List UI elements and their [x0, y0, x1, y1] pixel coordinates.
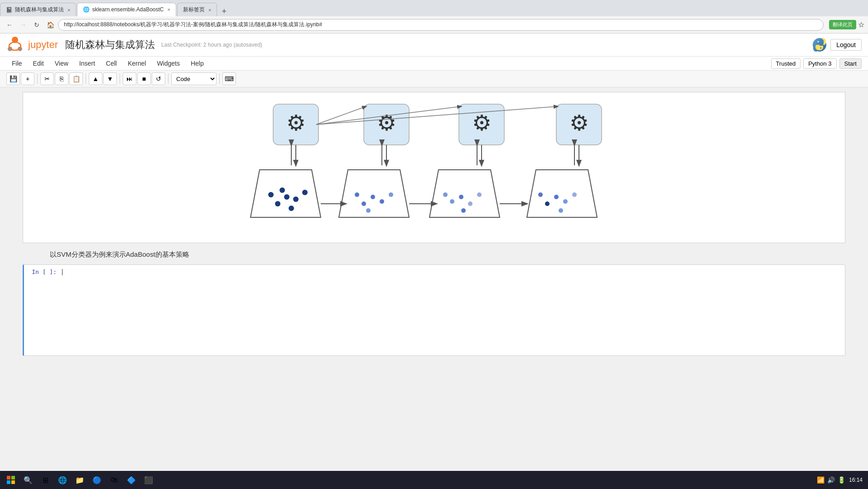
svg-point-47 — [461, 208, 466, 213]
cut-button[interactable]: ✂ — [40, 72, 54, 85]
svg-point-29 — [280, 187, 285, 193]
toolbar-sep-2 — [86, 73, 86, 84]
back-button[interactable]: ← — [4, 19, 15, 31]
menu-cell[interactable]: Cell — [101, 58, 122, 69]
browser-actions: 翻译此页 ☆ — [829, 20, 864, 29]
tab3-close[interactable]: × — [208, 7, 211, 13]
toolbar-sep-5 — [219, 73, 220, 84]
svg-rect-59 — [7, 476, 10, 479]
jupyter-logo-svg — [6, 36, 24, 53]
tab1-favicon: 📓 — [6, 7, 12, 13]
add-cell-button[interactable]: + — [21, 72, 34, 85]
svg-point-34 — [362, 201, 366, 206]
menu-file[interactable]: File — [6, 58, 28, 69]
tab-2[interactable]: 🌐 sklearn.ensemble.AdaBoostC × — [77, 3, 176, 16]
taskbar-chrome[interactable]: 🌐 — [54, 472, 71, 488]
reload-button[interactable]: ↻ — [31, 19, 43, 31]
svg-point-44 — [468, 201, 473, 206]
svg-rect-62 — [11, 480, 15, 484]
cursor — [62, 269, 63, 275]
start-menu-button[interactable] — [2, 471, 20, 489]
bookmark-icon[interactable]: ☆ — [858, 20, 864, 29]
taskbar: 🔍 ⊞ 🌐 📁 🔵 🛍 🔷 ⬛ 📶 🔊 🔋 16:14 — [0, 471, 868, 489]
kernel-indicator: Python 3 — [803, 58, 836, 69]
restart-button[interactable]: ↺ — [152, 72, 165, 85]
notebook-title: 随机森林与集成算法 — [65, 38, 155, 52]
menu-insert[interactable]: Insert — [74, 58, 101, 69]
start-button[interactable]: Start — [839, 58, 862, 69]
tab-3[interactable]: 新标签页 × — [177, 3, 217, 16]
home-button[interactable]: 🏠 — [44, 19, 56, 31]
svg-point-42 — [450, 199, 454, 204]
tab1-label: 随机森林与集成算法 — [15, 6, 64, 14]
battery-icon[interactable]: 🔋 — [838, 476, 845, 484]
taskbar-terminal[interactable]: ⬛ — [140, 472, 157, 488]
save-button[interactable]: 💾 — [6, 72, 20, 85]
logout-button[interactable]: Logout — [830, 39, 862, 51]
paste-button[interactable]: 📋 — [69, 72, 83, 85]
url-input[interactable] — [58, 19, 824, 31]
svg-point-36 — [380, 199, 384, 204]
menu-widgets[interactable]: Widgets — [151, 58, 185, 69]
toolbar-sep-3 — [120, 73, 120, 84]
taskbar-store[interactable]: 🛍 — [106, 472, 122, 488]
svg-point-6 — [820, 48, 822, 49]
svg-point-35 — [371, 195, 375, 199]
menu-kernel[interactable]: Kernel — [122, 58, 151, 69]
taskbar-edge[interactable]: 🔵 — [89, 472, 105, 488]
svg-point-43 — [459, 195, 463, 199]
menu-bar: File Edit View Insert Cell Kernel Widget… — [0, 57, 868, 71]
jupyter-logo: jupyter — [6, 36, 58, 53]
copy-button[interactable]: ⎘ — [55, 72, 68, 85]
network-icon[interactable]: 📶 — [817, 476, 825, 484]
code-input[interactable] — [60, 265, 845, 355]
svg-point-5 — [818, 41, 819, 43]
tab2-close[interactable]: × — [168, 7, 170, 12]
taskbar-vscode[interactable]: 🔷 — [123, 472, 140, 488]
svg-point-52 — [563, 199, 568, 204]
taskbar-file-explorer[interactable]: 📁 — [72, 472, 88, 488]
text-cell: 以SVM分类器为例来演示AdaBoost的基本策略 — [23, 247, 845, 264]
stop-button[interactable]: ■ — [137, 72, 151, 85]
menu-help[interactable]: Help — [185, 58, 209, 69]
jupyter-header: jupyter 随机森林与集成算法 Last Checkpoint: 2 hou… — [0, 34, 868, 57]
svg-text:⚙: ⚙ — [569, 111, 589, 135]
cell-type-select[interactable]: Code Markdown Raw NBConvert Heading — [171, 72, 217, 85]
tab-1[interactable]: 📓 随机森林与集成算法 × — [0, 3, 76, 16]
toolbar-sep-1 — [37, 73, 38, 84]
keyboard-shortcut-button[interactable]: ⌨ — [222, 72, 236, 85]
notebook-content: ⚙ ⚙ ⚙ ⚙ — [0, 87, 868, 436]
taskbar-clock[interactable]: 16:14 — [849, 477, 863, 483]
menu-view[interactable]: View — [49, 58, 74, 69]
menu-edit[interactable]: Edit — [28, 58, 49, 69]
translate-button[interactable]: 翻译此页 — [829, 20, 856, 29]
move-up-button[interactable]: ▲ — [89, 72, 102, 85]
new-tab-button[interactable]: + — [218, 7, 230, 16]
tab3-label: 新标签页 — [183, 6, 205, 14]
taskbar-time: 16:14 — [849, 477, 863, 483]
svg-point-26 — [284, 194, 289, 200]
jupyter-wordmark: jupyter — [28, 39, 58, 51]
tab-bar: 📓 随机森林与集成算法 × 🌐 sklearn.ensemble.AdaBoos… — [0, 0, 868, 16]
python-logo — [812, 38, 827, 52]
checkpoint-text: Last Checkpoint: 2 hours ago (autosaved) — [161, 42, 262, 48]
svg-point-27 — [293, 197, 299, 202]
svg-rect-60 — [11, 476, 15, 479]
taskbar-search[interactable]: 🔍 — [20, 472, 36, 488]
svg-point-28 — [302, 190, 308, 195]
svg-point-25 — [275, 201, 280, 206]
svg-point-31 — [289, 206, 294, 211]
taskbar-task-view[interactable]: ⊞ — [37, 472, 53, 488]
code-cell[interactable]: In [ ]: — [23, 264, 845, 356]
forward-button[interactable]: → — [17, 19, 29, 31]
skip-button[interactable]: ⏭ — [123, 72, 136, 85]
svg-point-37 — [389, 192, 393, 197]
trusted-button[interactable]: Trusted — [771, 58, 801, 69]
svg-rect-61 — [7, 480, 10, 484]
volume-icon[interactable]: 🔊 — [827, 476, 835, 484]
move-down-button[interactable]: ▼ — [103, 72, 117, 85]
header-right: Logout — [812, 38, 862, 52]
svg-point-50 — [545, 201, 550, 206]
taskbar-items: 🔍 ⊞ 🌐 📁 🔵 🛍 🔷 ⬛ — [20, 472, 157, 488]
tab1-close[interactable]: × — [68, 7, 70, 13]
